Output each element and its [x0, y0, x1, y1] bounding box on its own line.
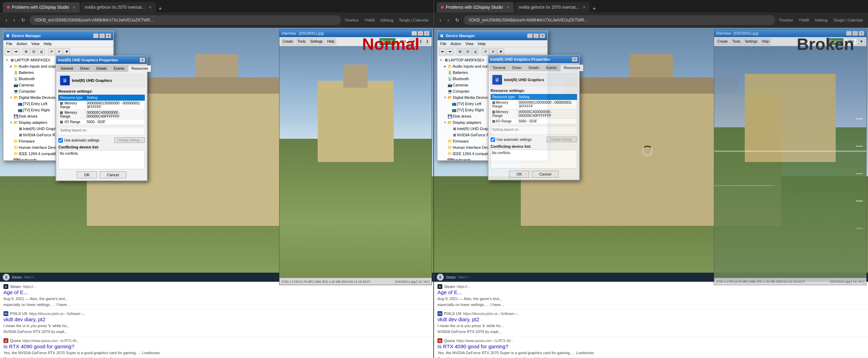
dm-tb-btn4[interactable]: ⊟ [30, 48, 37, 55]
iv-create-btn[interactable]: Create [281, 38, 295, 45]
res-row-0[interactable]: Memory Range 00000060130000000 - 0000006… [59, 101, 145, 110]
left-forward-btn[interactable]: › [11, 16, 17, 24]
dm-menu-file[interactable]: File [5, 41, 14, 46]
right-res-row-0[interactable]: Memory Range 00000060130000000 - 0000006… [491, 100, 577, 109]
right-iv-tools[interactable]: Tools [731, 38, 742, 45]
right-iv-help[interactable]: Help [760, 38, 771, 45]
right-sr-title-pixls[interactable]: vkdt dev diary, pt2 [437, 316, 864, 322]
right-dm-close[interactable]: ✕ [540, 33, 545, 38]
right-pd-close[interactable]: ✕ [572, 57, 577, 62]
right-pd-tab-driver[interactable]: Driver [509, 65, 525, 71]
sr-title-quora[interactable]: Is RTX 4090 good for gaming? [3, 343, 429, 349]
right-dm-minimize[interactable]: _ [527, 33, 533, 38]
pd-tab-resources[interactable]: Resources [128, 65, 151, 72]
auto-settings-checkbox[interactable] [58, 138, 63, 143]
change-setting-btn[interactable]: Change Setting... [114, 137, 145, 143]
dm-tb-btn1[interactable]: ⬅ [5, 48, 12, 55]
bookmark-ynab[interactable]: YNAB [363, 17, 376, 23]
right-tb2[interactable]: ➡ [446, 48, 453, 55]
right-res-row-2[interactable]: I/O Range 5000 - 503F [491, 119, 577, 124]
right-refresh-btn[interactable]: ↻ [453, 16, 461, 24]
bookmark-timeline[interactable]: Timeline [343, 17, 360, 23]
iv-next-btn[interactable]: ⟫ [425, 38, 430, 45]
pd-close-btn[interactable]: ✕ [140, 58, 145, 62]
dm-tb-btn2[interactable]: ➡ [12, 48, 19, 55]
iv-help-btn[interactable]: Help [326, 38, 336, 45]
right-tab-1[interactable]: nvidia geforce rtx 2070 oversat... ✕ [515, 2, 590, 12]
right-back-btn[interactable]: ‹ [437, 16, 443, 24]
dm-maximize-btn[interactable]: □ [99, 33, 105, 38]
right-tb6[interactable]: ↺ [482, 48, 489, 55]
left-address-bar[interactable] [30, 15, 341, 25]
right-res-row-1[interactable]: Memory Range 000000C400000000 - 000000C4… [491, 109, 577, 119]
right-pd-tab-details[interactable]: Details [525, 65, 542, 71]
sr-title-age[interactable]: Age of E... [3, 289, 429, 295]
right-tab-1-close[interactable]: ✕ [583, 5, 586, 10]
right-dm-action[interactable]: Action [449, 41, 463, 46]
right-sr-title-quora[interactable]: Is RTX 4090 good for gaming? [437, 343, 864, 349]
left-tab-1-close[interactable]: ✕ [149, 5, 152, 10]
right-change-btn[interactable]: Change Setting... [546, 137, 577, 142]
iv-tools-btn[interactable]: Tools [296, 38, 307, 45]
dm-tb-btn7[interactable]: ✕ [56, 48, 62, 55]
auto-settings-label[interactable]: Use automatic settings [58, 138, 99, 143]
right-forward-btn[interactable]: › [445, 16, 451, 24]
right-iv-zoom-dd[interactable]: ▼ [858, 38, 865, 45]
right-address-bar[interactable] [464, 15, 775, 25]
dm-tb-btn3[interactable]: ⊞ [23, 48, 30, 55]
right-tb3[interactable]: ⊞ [457, 48, 464, 55]
res-row-1[interactable]: Memory Range 000000C400000000 - 000000C4… [59, 110, 145, 119]
right-tb4[interactable]: ⊟ [464, 48, 471, 55]
right-iv-close[interactable]: ✕ [859, 31, 864, 36]
right-auto-label[interactable]: Use automatic settings [491, 137, 532, 142]
left-back-btn[interactable]: ‹ [3, 16, 9, 24]
dm-tb-btn5[interactable]: 🖨 [38, 48, 45, 55]
right-bookmark-tanglo[interactable]: Tanglo | Calendar [832, 17, 865, 23]
right-pd-tab-events[interactable]: Events [543, 65, 560, 71]
sr-title-pixls[interactable]: vkdt dev diary, pt2 [3, 316, 429, 322]
pd-ok-btn[interactable]: OK [77, 171, 97, 178]
properties-dialog[interactable]: Intel(R) UHD Graphics Properties ✕ Gener… [56, 56, 148, 181]
left-tab-0-close[interactable]: ✕ [73, 5, 76, 10]
right-tab-0-close[interactable]: ✕ [507, 5, 510, 10]
left-tab-0[interactable]: Problems with i1Display Studio ✕ [3, 2, 80, 12]
right-bookmark-ynab[interactable]: YNAB [797, 17, 810, 23]
right-tb5[interactable]: 🖨 [472, 48, 479, 55]
right-dm-help[interactable]: Help [476, 41, 487, 46]
right-pd-tab-resources[interactable]: Resources [560, 65, 583, 71]
right-bookmark-timeline[interactable]: Timeline [777, 17, 794, 23]
iv-settings-btn[interactable]: Settings [308, 38, 324, 45]
right-cancel-btn[interactable]: Cancel [532, 171, 558, 178]
dm-menu-action[interactable]: Action [15, 41, 29, 46]
right-new-tab-btn[interactable]: + [591, 5, 598, 12]
dm-tb-btn8[interactable]: ❖ [63, 48, 70, 55]
pd-tab-general[interactable]: General [58, 65, 76, 71]
right-tb8[interactable]: ❖ [497, 48, 504, 55]
right-image-viewer[interactable]: IrfanView - [DSC00411.jpg] _ □ ✕ Create … [714, 29, 867, 285]
pd-tab-events[interactable]: Events [111, 65, 128, 71]
right-iv-create[interactable]: Create [716, 38, 729, 45]
right-tab-0[interactable]: Problems with i1Display Studio ✕ [437, 2, 514, 12]
res-row-2[interactable]: I/O Range 5000 - 503F [59, 119, 145, 125]
pd-cancel-btn[interactable]: Cancel [100, 171, 126, 178]
dm-menu-help[interactable]: Help [42, 41, 53, 46]
right-properties-dialog[interactable]: Intel(R) UHD Graphics Properties ✕ Gener… [488, 55, 580, 180]
left-refresh-btn[interactable]: ↻ [19, 16, 27, 24]
dm-close-btn[interactable]: ✕ [106, 33, 111, 38]
iv-close-btn[interactable]: ✕ [424, 31, 429, 36]
pd-tab-driver[interactable]: Driver [77, 65, 93, 71]
bookmark-tanglo[interactable]: Tanglo | Calendar [398, 17, 430, 23]
left-tab-1[interactable]: nvidia geforce rtx 2070 oversat... ✕ [81, 2, 156, 12]
dm-menu-view[interactable]: View [30, 41, 41, 46]
right-iv-settings[interactable]: Settings [743, 38, 759, 45]
right-dm-maximize[interactable]: □ [533, 33, 539, 38]
right-tb7[interactable]: ✕ [490, 48, 496, 55]
right-tb1[interactable]: ⬅ [439, 48, 446, 55]
dm-tb-btn6[interactable]: ↺ [48, 48, 55, 55]
right-ok-btn[interactable]: OK [509, 171, 529, 178]
pd-tab-details[interactable]: Details [93, 65, 110, 71]
right-pd-tab-general[interactable]: General [490, 65, 509, 71]
dm-minimize-btn[interactable]: _ [93, 33, 99, 38]
right-dm-file[interactable]: File [439, 41, 448, 46]
right-auto-cb[interactable] [491, 137, 495, 142]
